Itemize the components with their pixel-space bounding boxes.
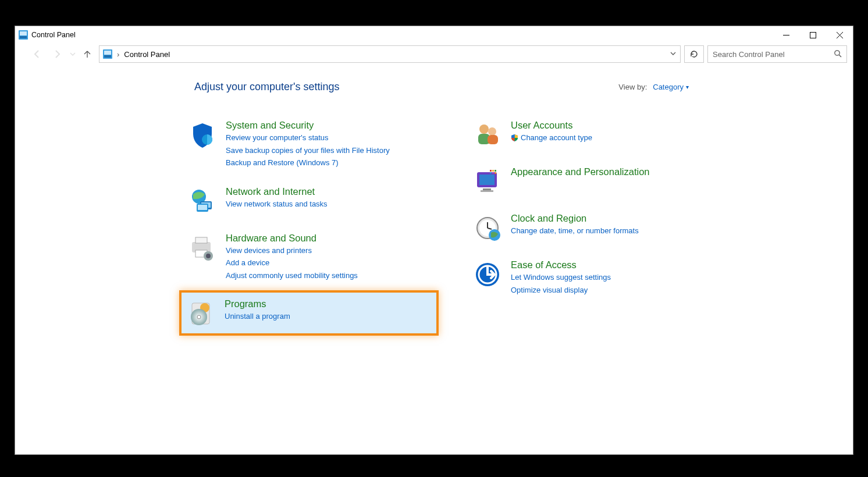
recent-dropdown[interactable] — [69, 46, 77, 62]
svg-rect-17 — [198, 205, 207, 210]
category-hardware: Hardware and Sound View devices and prin… — [184, 229, 434, 285]
address-dropdown[interactable] — [670, 50, 677, 59]
control-panel-icon — [19, 30, 28, 40]
category-title[interactable]: Programs — [225, 298, 290, 309]
clock-globe-icon — [474, 214, 501, 242]
page-heading: Adjust your computer's settings — [194, 81, 340, 93]
toolbar: › Control Panel Search Control Panel — [15, 44, 853, 65]
svg-rect-35 — [495, 170, 496, 172]
address-bar[interactable]: › Control Panel — [99, 45, 681, 63]
category-ease-of-access: Ease of Access Let Windows suggest setti… — [469, 256, 719, 299]
viewby-label: View by: — [618, 83, 647, 91]
chevron-down-icon: ▾ — [686, 84, 689, 90]
appearance-icon — [474, 168, 501, 195]
search-placeholder: Search Control Panel — [713, 50, 785, 59]
category-link[interactable]: Backup and Restore (Windows 7) — [226, 157, 390, 169]
printer-icon — [188, 234, 216, 262]
close-button[interactable] — [826, 26, 853, 44]
globe-network-icon — [188, 187, 216, 215]
control-panel-icon — [103, 49, 112, 59]
uac-shield-icon — [511, 133, 518, 145]
titlebar: Control Panel — [15, 26, 853, 44]
forward-button[interactable] — [49, 46, 65, 62]
svg-point-10 — [835, 50, 839, 55]
breadcrumb[interactable]: Control Panel — [124, 50, 170, 59]
svg-rect-9 — [104, 55, 111, 58]
search-input[interactable]: Search Control Panel — [707, 45, 847, 63]
category-user-accounts: User Accounts Change account type — [469, 116, 719, 152]
category-link[interactable]: View devices and printers — [226, 245, 358, 257]
category-title[interactable]: Ease of Access — [511, 259, 611, 270]
category-title[interactable]: Hardware and Sound — [226, 233, 358, 244]
svg-point-29 — [488, 127, 496, 136]
programs-disc-icon — [187, 300, 215, 328]
svg-point-22 — [206, 254, 211, 258]
svg-rect-1 — [20, 31, 27, 35]
svg-rect-40 — [481, 190, 493, 192]
category-title[interactable]: System and Security — [226, 120, 390, 131]
user-accounts-icon — [474, 121, 501, 149]
category-link[interactable]: Let Windows suggest settings — [511, 272, 611, 283]
svg-rect-39 — [483, 188, 491, 190]
category-link[interactable]: Change date, time, or number formats — [511, 225, 639, 237]
category-title[interactable]: Clock and Region — [511, 213, 639, 224]
viewby-dropdown[interactable]: Category ▾ — [653, 83, 689, 91]
category-link[interactable]: Add a device — [226, 257, 358, 269]
svg-point-27 — [479, 124, 489, 134]
svg-rect-32 — [479, 175, 495, 185]
category-programs: Programs Uninstall a program — [182, 293, 436, 333]
shield-icon — [188, 121, 216, 149]
category-link[interactable]: Review your computer's status — [226, 132, 390, 144]
svg-rect-33 — [490, 170, 492, 172]
category-network: Network and Internet View network status… — [184, 183, 434, 219]
category-link[interactable]: Save backup copies of your files with Fi… — [226, 145, 390, 156]
category-appearance: Appearance and Personalization — [469, 163, 719, 199]
chevron-right-icon: › — [117, 50, 119, 59]
svg-point-26 — [197, 315, 201, 319]
category-link[interactable]: View network status and tasks — [226, 198, 328, 210]
svg-line-11 — [839, 55, 841, 57]
viewby-value: Category — [653, 83, 684, 91]
control-panel-window: Control Panel › Control P — [15, 26, 853, 455]
search-icon — [834, 49, 842, 59]
category-link[interactable]: Change account type — [511, 132, 592, 145]
svg-rect-4 — [810, 32, 816, 38]
svg-rect-34 — [492, 170, 494, 172]
category-title[interactable]: User Accounts — [511, 120, 592, 131]
svg-rect-19 — [195, 237, 207, 243]
refresh-button[interactable] — [684, 45, 704, 63]
minimize-button[interactable] — [773, 26, 799, 44]
svg-rect-30 — [488, 135, 498, 144]
back-button[interactable] — [29, 46, 45, 62]
svg-rect-2 — [20, 36, 27, 38]
ease-of-access-icon — [474, 261, 501, 289]
category-link[interactable]: Uninstall a program — [225, 311, 290, 322]
category-title[interactable]: Network and Internet — [226, 186, 328, 197]
svg-rect-8 — [104, 51, 111, 55]
category-clock: Clock and Region Change date, time, or n… — [469, 209, 719, 245]
window-title: Control Panel — [31, 31, 76, 39]
category-system-security: System and Security Review your computer… — [184, 116, 434, 172]
maximize-button[interactable] — [799, 26, 826, 44]
category-link[interactable]: Adjust commonly used mobility settings — [226, 270, 358, 282]
svg-rect-38 — [495, 172, 496, 174]
svg-rect-36 — [490, 172, 492, 174]
category-title[interactable]: Appearance and Personalization — [511, 166, 650, 177]
up-button[interactable] — [80, 46, 94, 62]
content-area: Adjust your computer's settings View by:… — [15, 65, 853, 454]
category-link[interactable]: Optimize visual display — [511, 284, 611, 296]
svg-rect-37 — [492, 172, 494, 174]
